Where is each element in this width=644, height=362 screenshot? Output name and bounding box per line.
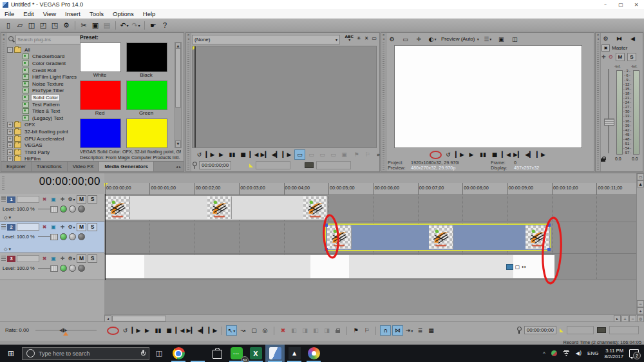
go-to-start-button[interactable]: ▎◀ xyxy=(502,150,511,159)
menu-edit[interactable]: Edit xyxy=(19,10,38,17)
tree-item-gpu-accelerated[interactable]: +GPU Accelerated xyxy=(7,135,79,142)
text-presets-icon[interactable]: ABC▾ xyxy=(345,35,354,41)
whats-this-help-button[interactable]: ? xyxy=(159,20,171,31)
track-grip[interactable] xyxy=(1,224,6,230)
track-solo-button[interactable]: S xyxy=(88,254,97,263)
save-snapshot-button[interactable]: ◫ xyxy=(510,35,520,44)
plugin-search-input[interactable] xyxy=(15,35,81,44)
taskbar-app-vegas[interactable] xyxy=(265,345,285,362)
insert-bus-button[interactable]: ⧓ xyxy=(614,34,624,43)
insert-assignable-fx-button[interactable]: ◀ xyxy=(628,34,638,43)
pane-grip[interactable]: ✕◂ xyxy=(1,33,6,171)
compositing-mode-icon[interactable]: ⚙▾ xyxy=(68,196,75,202)
track-header-3[interactable]: 3✖▣✛⚙▾MSLevel: 100.0 % xyxy=(0,253,104,280)
taskbar-app-chrome[interactable] xyxy=(169,345,188,362)
master-mute-button[interactable]: M xyxy=(616,53,625,61)
save-as-button[interactable]: ◰ xyxy=(37,20,49,31)
taskbar-app-paint[interactable] xyxy=(304,345,323,362)
scrollbar-thumb[interactable] xyxy=(112,316,166,321)
language-indicator[interactable]: ENG xyxy=(587,350,598,356)
tree-item-credit-roll[interactable]: Credit Roll xyxy=(7,67,79,74)
automation-settings-icon[interactable]: ◇ ▾ xyxy=(4,247,11,252)
tree-item-hitfilm-light-flares[interactable]: HitFilm Light Flares xyxy=(7,73,79,81)
preset-white[interactable]: White xyxy=(80,43,120,79)
tab-scroll-icons[interactable]: ◂ ▸ xyxy=(173,162,184,171)
pan-icon[interactable]: ✛ xyxy=(601,54,606,60)
go-to-end-button[interactable]: ▶▎ xyxy=(260,150,270,159)
previous-frame-button[interactable]: ◀▎ xyxy=(197,326,207,335)
overlays-button[interactable]: ▭ xyxy=(294,149,305,160)
preset-swatch[interactable] xyxy=(80,119,121,148)
bypass-sphere-icon[interactable] xyxy=(78,205,85,213)
close-button[interactable]: ✕ xyxy=(629,0,644,9)
parent-sphere-icon[interactable] xyxy=(69,265,76,272)
taskbar-app-store[interactable] xyxy=(207,345,227,362)
play-button[interactable]: ▶ xyxy=(142,326,152,335)
next-frame-button[interactable]: ▎▶ xyxy=(208,326,218,335)
trim-start-button[interactable]: ◧ xyxy=(289,326,299,335)
copy-button[interactable]: ▣ xyxy=(90,20,101,31)
region-button[interactable]: ⚐ xyxy=(363,150,372,159)
preset-swatch[interactable] xyxy=(126,43,167,72)
save-button[interactable]: ◫ xyxy=(26,20,37,31)
generator-selector[interactable]: (None) ▾ xyxy=(192,35,340,44)
edit-cursor[interactable] xyxy=(105,194,106,280)
tree-item-solid-color[interactable]: Solid Color xyxy=(7,94,79,101)
open-button[interactable]: ▱ xyxy=(14,20,26,31)
external-monitor-button[interactable]: ▭ xyxy=(401,35,410,44)
collapse-pane-icon[interactable]: ◂ xyxy=(187,37,189,41)
auto-ripple-button[interactable]: ⇥▾ xyxy=(404,326,414,335)
track-mute-button[interactable]: M xyxy=(77,223,86,231)
parent-sphere-icon[interactable] xyxy=(69,233,76,240)
track-fx-icon[interactable]: ▣ xyxy=(50,224,57,230)
scroll-down-icon[interactable]: ▼ xyxy=(175,140,181,148)
master-solo-button[interactable]: S xyxy=(627,53,636,61)
track-solo-button[interactable]: S xyxy=(88,223,97,231)
tree-item-checkerboard[interactable]: Checkerboard xyxy=(7,53,79,61)
automation-settings-icon[interactable]: ◇ ▾ xyxy=(4,215,11,220)
loop-playback-button[interactable]: ↺ xyxy=(444,150,453,159)
envelope-edit-tool-button[interactable]: ↝ xyxy=(238,326,248,335)
split-screen-button[interactable]: ✛ xyxy=(414,35,424,44)
track-fx-icon[interactable]: ▣ xyxy=(50,196,57,202)
selection-edit-tool-button[interactable]: ▢ xyxy=(249,326,259,335)
previous-frame-button[interactable]: ◀▎ xyxy=(271,150,281,159)
go-to-start-button[interactable]: ▎◀ xyxy=(175,326,185,335)
tree-item--legacy-text[interactable]: (Legacy) Text xyxy=(7,115,79,122)
edit-details-button[interactable]: ▭ xyxy=(637,173,644,180)
play-from-start-button[interactable]: ▎▶ xyxy=(455,150,465,159)
event-tool-button[interactable]: ▦ xyxy=(426,326,436,335)
marker-button[interactable]: ⚑ xyxy=(352,150,361,159)
track-name-field[interactable] xyxy=(17,255,39,262)
insert-region-button[interactable]: ⚐ xyxy=(362,326,372,335)
tab-transitions[interactable]: Transitions xyxy=(32,162,68,171)
track-motion-icon[interactable]: ✖ xyxy=(41,256,48,262)
collapse-pane-icon[interactable]: ◂ xyxy=(383,37,384,41)
tracks-area[interactable]: ▢↔ xyxy=(104,194,637,280)
composite-sphere-icon[interactable] xyxy=(60,233,67,240)
track-grip[interactable] xyxy=(1,196,6,202)
cut-button[interactable]: ✂ xyxy=(78,20,90,31)
composite-sphere-icon[interactable] xyxy=(60,265,67,272)
pane-grip[interactable]: ✕◂ xyxy=(596,33,601,171)
bypass-sphere-icon[interactable] xyxy=(78,233,85,240)
event-handle[interactable] xyxy=(547,224,551,227)
action-center-icon[interactable]: 2 xyxy=(629,349,639,357)
crop-icon[interactable]: ▢ xyxy=(515,264,520,270)
tab-video-fx[interactable]: Video FX xyxy=(68,162,100,171)
zoom-edit-tool-button[interactable]: ◎ xyxy=(260,326,270,335)
taskbar-app-photos[interactable]: ▲ xyxy=(285,345,304,362)
bus-fx-icon[interactable]: ⚙ xyxy=(609,54,613,60)
collapse-pane-icon[interactable]: ◂ xyxy=(3,37,5,41)
tree-item-all[interactable]: -All xyxy=(7,46,79,53)
tree-item-third-party[interactable]: +Third Party xyxy=(7,149,79,156)
microphone-icon[interactable] xyxy=(141,350,145,357)
preset-red[interactable]: Red xyxy=(80,81,120,117)
taskbar-app-chat[interactable]: •••63 xyxy=(227,345,246,362)
task-view-button[interactable]: ◫ xyxy=(149,349,169,357)
pause-button[interactable]: ▮▮ xyxy=(227,150,237,159)
play-from-start-button[interactable]: ▎▶ xyxy=(131,326,141,335)
project-properties-button[interactable]: ⚙ xyxy=(61,20,72,31)
event-handle[interactable] xyxy=(547,248,551,251)
pan-icon[interactable]: ✛ xyxy=(59,224,66,230)
